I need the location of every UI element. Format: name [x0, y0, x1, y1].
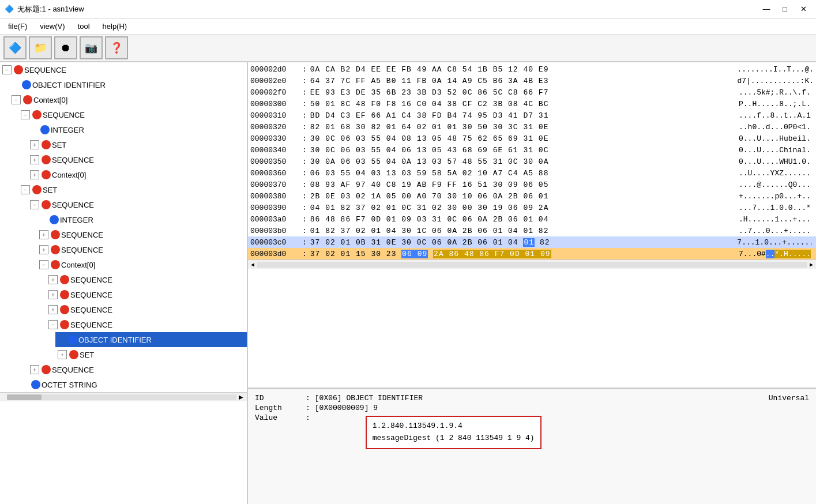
tree-item-oid1[interactable]: OBJECT IDENTIFIER — [9, 77, 247, 92]
tree-item-set3[interactable]: + SET — [55, 347, 247, 362]
tree-label-seq5: SEQUENCE — [61, 231, 103, 239]
circle-icon-seq6 — [51, 245, 60, 254]
tree-item-set1[interactable]: + SET — [28, 137, 247, 152]
expand-icon-int2 — [39, 215, 48, 224]
tree-item-set2[interactable]: − SET — [18, 182, 247, 197]
tree-label-set2: SET — [43, 186, 57, 194]
menu-view[interactable]: view(V) — [34, 20, 70, 32]
tree-hscroll[interactable]: ▶ — [0, 392, 247, 401]
expand-icon-seq9[interactable]: + — [48, 305, 58, 314]
tree-item-seq7[interactable]: + SEQUENCE — [46, 272, 247, 287]
tree-item-seq3[interactable]: + SEQUENCE — [28, 152, 247, 167]
expand-icon-seq10[interactable]: − — [48, 320, 58, 329]
hex-scroll-right[interactable]: ▶ — [807, 260, 816, 269]
tree-item-int2[interactable]: INTEGER — [37, 212, 247, 227]
hex-row-390: 00000390 : 04 01 82 37 02 01 0C 31 02 30… — [248, 202, 816, 213]
maximize-button[interactable]: □ — [777, 2, 793, 16]
tree-item-oid2[interactable]: OBJECT IDENTIFIER — [55, 332, 247, 347]
expand-icon-seq5[interactable]: + — [39, 230, 48, 239]
circle-icon-int1 — [40, 125, 50, 134]
tree-label-set3: SET — [80, 351, 94, 359]
toolbar-camera[interactable]: 📷 — [80, 36, 103, 59]
detail-len-line: Length : [0X00000009] 9 — [255, 404, 809, 412]
tree-item-int1[interactable]: INTEGER — [28, 122, 247, 137]
tree-item-seq5[interactable]: + SEQUENCE — [37, 227, 247, 242]
hex-row-340: 00000340 : 30 0C 06 03 55 04 06 13 05 43… — [248, 144, 816, 156]
tree-label-int2: INTEGER — [60, 216, 93, 224]
tree-item-seq4[interactable]: − SEQUENCE — [28, 197, 247, 212]
tree-item-ctx0-3[interactable]: − Context[0] — [37, 257, 247, 272]
expand-icon-oid2 — [58, 335, 67, 344]
expand-icon-ctx0-2[interactable]: + — [30, 170, 39, 179]
tree-item-ctx0-2[interactable]: + Context[0] — [28, 167, 247, 182]
expand-icon-set1[interactable]: + — [30, 140, 39, 149]
tree-item-seq6[interactable]: + SEQUENCE — [37, 242, 247, 257]
tree-item-oct1[interactable]: OCTET STRING — [18, 377, 247, 392]
hex-scroll-left[interactable]: ◀ — [248, 260, 257, 269]
title-bar-controls: — □ ✕ — [758, 2, 811, 16]
tree-item-seq2[interactable]: − SEQUENCE — [18, 107, 247, 122]
detail-id-key: ID — [255, 394, 301, 403]
hex-row-330: 00000330 : 30 0C 06 03 55 04 08 13 05 48… — [248, 133, 816, 144]
circle-icon-oid2 — [68, 335, 77, 344]
tree-label-seq6: SEQUENCE — [61, 246, 103, 254]
expand-icon-seq6[interactable]: + — [39, 245, 48, 254]
tree-item-seq8[interactable]: + SEQUENCE — [46, 287, 247, 302]
detail-id-val: [0X06] OBJECT IDENTIFIER — [315, 394, 723, 403]
circle-icon-seq3 — [42, 155, 51, 164]
hex-row-360: 00000360 : 06 03 55 04 03 13 03 59 58 5A… — [248, 167, 816, 179]
expand-icon-seq2[interactable]: − — [21, 110, 30, 119]
menu-tool[interactable]: tool — [72, 20, 96, 32]
circle-icon-set1 — [42, 140, 51, 149]
expand-icon-set3[interactable]: + — [58, 350, 67, 359]
tree-scroll-right[interactable]: ▶ — [236, 393, 246, 402]
hex-row-370: 00000370 : 08 93 AF 97 40 C8 19 AB F9 FF… — [248, 179, 816, 190]
minimize-button[interactable]: — — [758, 2, 774, 16]
circle-icon-seq8 — [60, 290, 69, 299]
tree-label-seq7: SEQUENCE — [70, 276, 112, 284]
tree-item-seq9[interactable]: + SEQUENCE — [46, 302, 247, 317]
tree-item-ctx0-1[interactable]: − Context[0] — [9, 92, 247, 107]
circle-icon-ctx0-1 — [23, 95, 32, 104]
expand-icon-seq7[interactable]: + — [48, 275, 58, 284]
expand-icon-seq3[interactable]: + — [30, 155, 39, 164]
expand-icon-seq11[interactable]: + — [30, 365, 39, 374]
toolbar-open[interactable]: 🔷 — [3, 36, 27, 59]
circle-icon-ctx0-3 — [51, 260, 60, 269]
tree-label-seq8: SEQUENCE — [70, 291, 112, 299]
tree-item-seq11[interactable]: + SEQUENCE — [28, 362, 247, 377]
menu-help[interactable]: help(H) — [97, 20, 133, 32]
expand-icon-seq8[interactable]: + — [48, 290, 58, 299]
circle-icon-seq2 — [32, 110, 42, 119]
hex-row-3a0: 000003a0 : 86 48 86 F7 0D 01 09 03 31 0C… — [248, 213, 816, 225]
hex-row-2f0: 000002f0 : EE 93 E3 DE 35 6B 23 3B D3 52… — [248, 86, 816, 98]
tree-label-int1: INTEGER — [51, 126, 84, 134]
expand-icon-ctx0-1[interactable]: − — [12, 95, 21, 104]
toolbar-help[interactable]: ❓ — [105, 36, 128, 59]
tree-item-seq10[interactable]: − SEQUENCE — [46, 317, 247, 332]
detail-len-key: Length — [255, 404, 301, 412]
circle-icon-int2 — [50, 215, 59, 224]
menu-file[interactable]: file(F) — [2, 20, 33, 32]
hl-byte-06: 06 09 — [401, 250, 428, 258]
toolbar-info[interactable]: ⏺ — [54, 36, 77, 59]
hl-byte-01: 01 — [523, 238, 535, 247]
title-bar: 🔷 无标题:1 - asn1view — □ ✕ — [0, 0, 816, 18]
hex-view[interactable]: 000002d0 : 0A CA B2 D4 EE EE FB 49 AA C8… — [248, 62, 816, 389]
hl-byte-2a: 2A 86 48 86 F7 0D 01 09 — [433, 250, 551, 258]
close-button[interactable]: ✕ — [795, 2, 811, 16]
circle-icon-set2 — [32, 185, 42, 194]
circle-icon-oid1 — [22, 80, 31, 89]
hex-hscroll[interactable]: ◀ ▶ — [248, 259, 816, 269]
window-title: 无标题:1 - asn1view — [17, 4, 84, 14]
expand-icon-seq1[interactable]: − — [2, 65, 12, 74]
expand-icon-set2[interactable]: − — [21, 185, 30, 194]
hex-row-320: 00000320 : 82 01 68 30 82 01 64 02 01 01… — [248, 121, 816, 133]
expand-icon-seq4[interactable]: − — [30, 200, 39, 209]
expand-icon-ctx0-3[interactable]: − — [39, 260, 48, 269]
tree-item-seq1[interactable]: − SEQUENCE — [0, 62, 247, 77]
main-layout: − SEQUENCE OBJECT IDENTIFIER − Context[0… — [0, 62, 816, 504]
tree-label-seq9: SEQUENCE — [70, 306, 112, 314]
toolbar: 🔷 📁 ⏺ 📷 ❓ — [0, 35, 816, 62]
toolbar-folder[interactable]: 📁 — [29, 36, 52, 59]
